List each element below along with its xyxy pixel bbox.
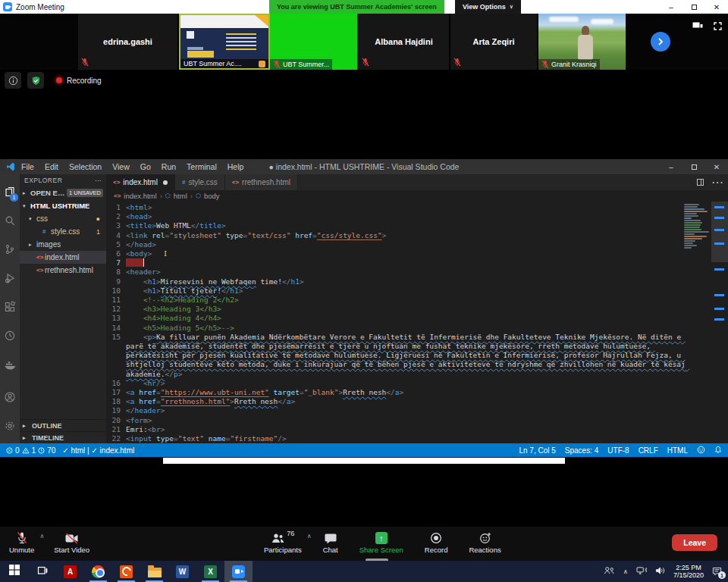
validator-status[interactable]: ✓ html | ✓ index.html	[62, 446, 134, 455]
taskbar-excel-icon[interactable]: X	[196, 561, 224, 582]
notifications-bell-icon[interactable]	[714, 446, 722, 455]
menu-run[interactable]: Run	[162, 162, 176, 171]
code-text: <body>I	[126, 249, 696, 258]
camera-muted-icon	[64, 530, 79, 544]
file-tree-item-style-css[interactable]: #style.css1	[20, 225, 106, 238]
gallery-view-icon[interactable]	[692, 20, 703, 33]
minimap[interactable]	[684, 203, 710, 293]
extensions-icon[interactable]	[0, 296, 20, 318]
workspace-root-row[interactable]: ▾ HTML USHTRIME	[20, 199, 106, 212]
taskbar-task-view-icon[interactable]	[28, 561, 56, 582]
editor-more-icon[interactable]: ⋯	[711, 175, 723, 189]
participant-tile-ubt-summer-ac-[interactable]: UBT Summer Ac....	[179, 14, 270, 70]
action-center-icon[interactable]: 1	[712, 567, 722, 576]
start-video-button[interactable]: Start Video	[54, 530, 89, 554]
hidden-icons-chevron[interactable]: ∧	[623, 568, 628, 575]
participants-button[interactable]: 76Participants∧	[264, 530, 302, 554]
search-icon[interactable]	[0, 209, 20, 232]
overview-ruler-scrollbar[interactable]	[711, 202, 728, 443]
modified-dot: ●	[96, 215, 103, 223]
minimize-button[interactable]: –	[660, 0, 682, 14]
volume-tray-icon[interactable]	[655, 565, 665, 578]
unmute-button[interactable]: Unmute∧	[9, 530, 34, 554]
next-participants-button[interactable]	[651, 32, 670, 52]
taskbar-word-icon[interactable]: W	[168, 561, 196, 582]
taskbar-zoom-icon[interactable]	[224, 561, 253, 582]
breadcrumb-item[interactable]: html	[174, 192, 187, 200]
participant-tile-granit-krasniqi[interactable]: Granit Krasniqi	[538, 14, 627, 70]
chat-button[interactable]: Chat	[323, 530, 338, 554]
line-number: 3	[106, 221, 126, 230]
code-editor[interactable]: 1<html>2<head>3<title>Web HTML</title>4<…	[106, 202, 728, 443]
account-icon[interactable]	[0, 386, 20, 408]
people-tray-icon[interactable]	[604, 565, 615, 578]
share-screen-button[interactable]: ↑Share Screen	[359, 530, 403, 554]
indentation-status[interactable]: Spaces: 4	[565, 446, 598, 455]
reactions-button[interactable]: Reactions	[469, 530, 500, 554]
encoding-status[interactable]: UTF-8	[607, 446, 629, 455]
leave-button[interactable]: Leave	[672, 534, 717, 551]
meeting-info-icon[interactable]	[5, 72, 21, 89]
timeline-section[interactable]: ▸TIMELINE	[20, 431, 106, 443]
info-count: 70	[47, 446, 55, 455]
settings-gear-icon[interactable]	[0, 415, 20, 437]
menu-go[interactable]: Go	[140, 162, 151, 171]
run-debug-icon[interactable]	[0, 267, 20, 289]
menu-view[interactable]: View	[112, 162, 130, 171]
taskbar-pdf-app-icon[interactable]	[112, 561, 140, 582]
participant-tile-arta-zeqiri[interactable]: Arta Zeqiri	[450, 14, 538, 70]
share-screen-icon: ↑	[375, 532, 388, 544]
participant-tile-albana-hajdini[interactable]: Albana Hajdini	[359, 14, 450, 70]
breadcrumb[interactable]: <>index.html›⬡html›⬡body	[106, 190, 728, 202]
code-text: <hr/>	[126, 379, 696, 388]
vscode-close-button[interactable]: ✕	[705, 159, 728, 174]
file-tree-item-index-html[interactable]: <>index.html	[20, 251, 106, 264]
vscode-restore-button[interactable]	[682, 159, 705, 174]
menu-terminal[interactable]: Terminal	[187, 162, 217, 171]
outline-section[interactable]: ▸OUTLINE	[20, 419, 106, 431]
explorer-more-icon[interactable]: ⋯	[95, 177, 102, 184]
tab-rrethnesh-html[interactable]: <>rrethnesh.html	[225, 174, 298, 190]
menu-edit[interactable]: Edit	[45, 162, 58, 171]
tab-index-html[interactable]: <>index.html	[106, 174, 175, 190]
language-mode-status[interactable]: HTML	[667, 446, 688, 455]
file-tree-item-rrethnesh-html[interactable]: <>rrethnesh.html	[20, 264, 106, 277]
vscode-minimize-button[interactable]: –	[660, 159, 682, 174]
tab-style-css[interactable]: #style.css	[175, 174, 225, 190]
taskbar-start-icon[interactable]	[0, 561, 28, 582]
taskbar-acrobat-icon[interactable]: A	[56, 561, 84, 582]
chevron-up-icon[interactable]: ∧	[307, 533, 312, 540]
code-line-13: 13 <h4>Heading 4</h4>	[106, 314, 728, 323]
encryption-shield-icon[interactable]	[27, 72, 44, 89]
network-tray-icon[interactable]	[636, 565, 647, 578]
cursor-position-status[interactable]: Ln 7, Col 5	[519, 446, 555, 455]
live-run-icon[interactable]	[0, 324, 20, 347]
docker-icon[interactable]	[0, 353, 20, 376]
view-options-button[interactable]: View Options ∨	[455, 0, 521, 14]
split-editor-icon[interactable]	[697, 179, 704, 186]
close-button[interactable]: ✕	[705, 0, 728, 14]
line-number: 21	[106, 425, 126, 434]
source-control-icon[interactable]	[0, 238, 20, 261]
taskbar-chrome-icon[interactable]	[84, 561, 112, 582]
file-tree-item-images[interactable]: ▸images	[20, 238, 106, 251]
eol-status[interactable]: CRLF	[639, 446, 658, 455]
menu-selection[interactable]: Selection	[69, 162, 102, 171]
explorer-icon[interactable]: 1	[0, 180, 20, 203]
menu-help[interactable]: Help	[228, 162, 244, 171]
fullscreen-icon[interactable]	[714, 20, 722, 33]
breadcrumb-item[interactable]: body	[204, 192, 220, 200]
record-button[interactable]: Record	[425, 530, 448, 554]
open-editors-section[interactable]: ▸ OPEN EDITORS 1 UNSAVED	[20, 186, 106, 199]
taskbar-clock[interactable]: 2:25 PM 7/15/2020	[673, 564, 704, 579]
problems-status[interactable]: 0 1 70	[6, 446, 55, 455]
menu-file[interactable]: File	[21, 162, 34, 171]
participant-tile-edrina-gashi[interactable]: edrina.gashi	[78, 14, 179, 70]
file-tree-item-css[interactable]: ▾css●	[20, 212, 106, 225]
maximize-button[interactable]	[682, 0, 705, 14]
chevron-up-icon[interactable]: ∧	[39, 533, 44, 540]
breadcrumb-item[interactable]: index.html	[124, 192, 156, 200]
participant-tile-ubt-summer-[interactable]: UBT Summer...	[270, 14, 359, 70]
feedback-smiley-icon[interactable]	[697, 446, 705, 455]
taskbar-file-explorer-icon[interactable]	[140, 561, 168, 582]
